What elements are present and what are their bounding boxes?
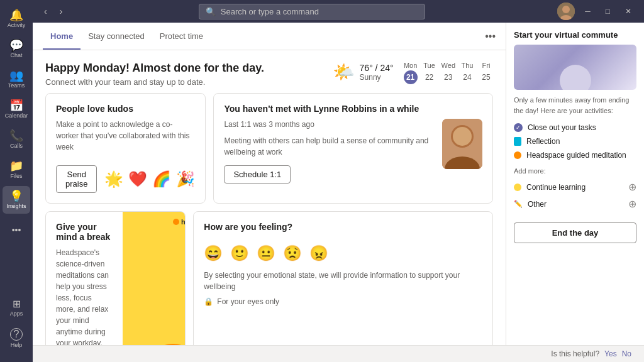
headspace-brand-name: headspace xyxy=(181,218,186,226)
schedule-1on1-button[interactable]: Schedule 1:1 xyxy=(224,165,291,184)
sidebar-item-chat[interactable]: 💬 Chat xyxy=(3,35,30,63)
content: Home Stay connected Protect time ••• Hap… xyxy=(33,23,644,345)
search-input[interactable] xyxy=(221,7,418,16)
forecast-num-mon: 21 xyxy=(404,70,418,84)
forecast-num-thu: 24 xyxy=(460,70,474,84)
kudos-emoji-1: 🌟 xyxy=(104,170,123,188)
sidebar-item-apps-label: Apps xyxy=(10,310,23,317)
left-pane: Home Stay connected Protect time ••• Hap… xyxy=(33,23,506,345)
sidebar-item-teams[interactable]: 👥 Teams xyxy=(3,65,30,93)
send-praise-button[interactable]: Send praise xyxy=(56,165,97,193)
tab-more[interactable]: ••• xyxy=(485,31,496,42)
feeling-body: By selecting your emotional state, we wi… xyxy=(204,270,482,292)
files-icon: 📁 xyxy=(9,160,23,172)
avatar[interactable] xyxy=(557,3,575,20)
kudos-title: People love kudos xyxy=(56,104,195,114)
calendar-icon: 📅 xyxy=(9,100,23,111)
add-icon-learning[interactable]: ⊕ xyxy=(628,181,636,193)
add-more-item-learning[interactable]: Continue learning ⊕ xyxy=(514,178,636,195)
sidebar-item-apps[interactable]: ⊞ Apps xyxy=(3,294,30,322)
vc-header: Start your virtual commute xyxy=(506,23,644,90)
emoji-neutral[interactable]: 😐 xyxy=(257,244,275,262)
close-button[interactable]: ✕ xyxy=(620,4,636,18)
vc-banner-moon xyxy=(560,65,591,90)
headspace-visual: headspace 😌 xyxy=(123,212,186,345)
forecast-day-tue: Tue 22 xyxy=(423,62,436,84)
sidebar-item-help[interactable]: ? Help xyxy=(3,324,30,352)
no-link[interactable]: No xyxy=(622,349,631,358)
search-icon: 🔍 xyxy=(206,7,216,16)
emoji-smile[interactable]: 🙂 xyxy=(230,244,249,262)
activity-icon: 🔔 xyxy=(9,9,23,21)
headspace-logo-dot xyxy=(173,219,179,225)
minimize-button[interactable]: ─ xyxy=(580,4,596,18)
cards-area: People love kudos Make a point to acknow… xyxy=(33,93,506,345)
welcome-text: Happy Monday! Almost done for the day. C… xyxy=(45,62,264,87)
weather-temp: 76° / 24° xyxy=(360,63,394,73)
forward-button[interactable]: › xyxy=(56,4,67,19)
add-more-item-other[interactable]: ✏️ Other ⊕ xyxy=(514,195,636,212)
feeling-title: How are you feeling? xyxy=(204,222,482,232)
vc-banner xyxy=(514,45,636,90)
meeting-avatar xyxy=(442,119,482,169)
vc-activities: ✓ Close out your tasks Reflection Headsp… xyxy=(506,121,644,162)
weather-condition: Sunny xyxy=(360,73,394,82)
headspace-body: Headspace's science-driven meditations c… xyxy=(56,247,113,345)
sidebar: 🔔 Activity 💬 Chat 👥 Teams 📅 Calendar 📞 C… xyxy=(0,0,33,362)
emoji-sad[interactable]: 😟 xyxy=(283,244,302,262)
add-icon-other[interactable]: ⊕ xyxy=(628,198,636,210)
feeling-card: How are you feeling? 😄 🙂 😐 😟 😠 By select… xyxy=(193,211,493,345)
headspace-face-container: 😌 xyxy=(129,226,186,345)
forecast-day-fri: Fri 25 xyxy=(479,62,493,84)
add-more-other-label: Other xyxy=(528,200,547,209)
back-button[interactable]: ‹ xyxy=(40,4,51,19)
headspace-card: Give your mind a break Headspace's scien… xyxy=(45,211,186,345)
forecast-num-wed: 23 xyxy=(441,70,455,84)
tab-bar: Home Stay connected Protect time ••• xyxy=(33,23,506,50)
chat-icon: 💬 xyxy=(9,40,23,51)
end-day-button[interactable]: End the day xyxy=(514,222,636,243)
sidebar-item-calls[interactable]: 📞 Calls xyxy=(3,126,30,153)
maximize-button[interactable]: □ xyxy=(601,4,615,18)
yes-link[interactable]: Yes xyxy=(604,349,617,358)
welcome-subtext: Connect with your team and stay up to da… xyxy=(45,77,264,87)
feeling-privacy-label: For your eyes only xyxy=(217,297,279,306)
check-icon: ✓ xyxy=(514,123,523,132)
sidebar-item-more[interactable]: ••• xyxy=(3,216,30,244)
sidebar-item-calendar[interactable]: 📅 Calendar xyxy=(3,96,30,123)
forecast-label-fri: Fri xyxy=(482,62,491,69)
search-bar[interactable]: 🔍 xyxy=(199,4,425,19)
forecast-num-tue: 22 xyxy=(423,70,436,84)
emoji-happy[interactable]: 😄 xyxy=(204,244,223,262)
sidebar-item-calls-label: Calls xyxy=(10,143,23,149)
forecast-label-thu: Thu xyxy=(462,62,474,69)
sidebar-item-insights-label: Insights xyxy=(6,203,26,209)
vc-description: Only a few minutes away from ending the … xyxy=(506,90,644,121)
headspace-text: Give your mind a break Headspace's scien… xyxy=(46,212,123,345)
sidebar-item-insights[interactable]: 💡 Insights xyxy=(3,186,30,214)
feeling-privacy: 🔒 For your eyes only xyxy=(204,297,482,306)
kudos-body: Make a point to acknowledge a co-worker … xyxy=(56,119,195,153)
sidebar-item-files[interactable]: 📁 Files xyxy=(3,156,30,184)
svg-point-1 xyxy=(562,6,570,13)
sidebar-item-calendar-label: Calendar xyxy=(5,112,28,119)
cards-row-1: People love kudos Make a point to acknow… xyxy=(45,93,493,204)
tab-home[interactable]: Home xyxy=(43,24,80,50)
headspace-title: Give your mind a break xyxy=(56,222,113,242)
emoji-angry[interactable]: 😠 xyxy=(309,244,328,262)
meeting-title: You haven't met with Lynne Robbins in a … xyxy=(224,104,482,114)
vc-title: Start your virtual commute xyxy=(514,30,636,40)
pencil-icon: ✏️ xyxy=(514,200,523,208)
welcome-heading: Happy Monday! Almost done for the day. xyxy=(45,62,264,75)
sidebar-item-activity[interactable]: 🔔 Activity xyxy=(3,5,30,33)
tab-stay-connected[interactable]: Stay connected xyxy=(80,24,152,50)
vc-activity-3: Headspace guided meditation xyxy=(514,148,636,162)
lock-icon: 🔒 xyxy=(204,297,213,306)
tab-protect-time[interactable]: Protect time xyxy=(152,24,211,50)
titlebar-nav: ‹ › xyxy=(40,4,66,19)
forecast-day-thu: Thu 24 xyxy=(460,62,474,84)
forecast-num-fri: 25 xyxy=(479,70,493,84)
help-icon: ? xyxy=(10,328,23,341)
sidebar-item-chat-label: Chat xyxy=(10,52,22,58)
weather-details: 76° / 24° Sunny xyxy=(360,63,394,82)
